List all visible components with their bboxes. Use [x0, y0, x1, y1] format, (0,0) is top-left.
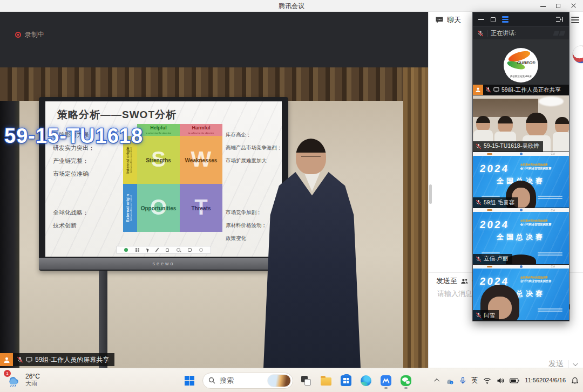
- banner-logo-strip: CIA: [473, 152, 569, 156]
- window-close-button[interactable]: [566, 0, 581, 12]
- notification-badge: 1: [4, 370, 11, 377]
- video-thumbnail-team[interactable]: 59-15-TU1618-吴欣烨: [473, 95, 569, 152]
- wifi-tray-icon[interactable]: [483, 377, 491, 384]
- svg-text:i: i: [451, 381, 452, 384]
- participant-name-tag: 59组-毛喜容: [473, 197, 518, 208]
- chat-message-avatar: [572, 45, 583, 64]
- screen-share-icon: [26, 356, 32, 363]
- search-input[interactable]: [219, 376, 264, 385]
- tencent-meeting-app-button[interactable]: [379, 373, 393, 389]
- toolbar-apps-icon: [135, 248, 139, 252]
- tv-bezel: seewo: [39, 258, 288, 270]
- running-indicator: [404, 387, 408, 389]
- chat-bubble-icon: [435, 16, 444, 24]
- toolbar-home-icon: [124, 248, 128, 252]
- main-stage: 录制中 策略分析——SWOT分析 品牌影响力强； 研发实力突出； 产业链完整； …: [0, 12, 428, 368]
- mic-muted-icon: [476, 256, 482, 262]
- window-title: 腾讯会议: [0, 2, 583, 11]
- send-options-chevron-icon[interactable]: [573, 361, 578, 366]
- whiteboard-annotation-toolbar: [116, 246, 211, 254]
- wifi-icon: [483, 377, 491, 384]
- tv-brand-label: seewo: [152, 261, 174, 266]
- send-to-label: 发送至: [436, 276, 457, 286]
- search-icon: [208, 377, 215, 384]
- screen-share-banner-label: 59组-工作人员的屏幕共享: [35, 355, 109, 365]
- notification-center-button[interactable]: [571, 377, 579, 384]
- participant-name-tag: 闫雪: [473, 310, 499, 320]
- windows-taskbar: 1 26°C 大雨: [0, 368, 583, 392]
- recording-indicator: 录制中: [15, 30, 44, 39]
- swot-cell-weaknesses: W Weaknesses: [180, 136, 222, 184]
- send-divider: [568, 360, 568, 368]
- list-view-toggle[interactable]: [502, 16, 509, 23]
- taskbar-search-box[interactable]: [202, 373, 293, 389]
- weather-temperature: 26°C: [25, 373, 40, 380]
- chevron-up-icon: [434, 379, 439, 384]
- window-maximize-button[interactable]: [551, 0, 566, 12]
- swot-cell-strengths: S Strengths: [137, 136, 180, 184]
- clock-date: 2024/6/16: [539, 377, 566, 384]
- battery-tray-icon[interactable]: [510, 378, 519, 383]
- panel-titlebar: [473, 12, 569, 26]
- curtain-right: [403, 67, 428, 368]
- edge-browser-button[interactable]: [359, 373, 373, 389]
- presenter-glasses: [301, 156, 321, 160]
- mic-muted-icon: [476, 200, 482, 205]
- running-indicator: [384, 387, 388, 389]
- wechat-icon: [401, 375, 411, 386]
- toolbar-cursor-icon: [146, 247, 150, 252]
- folder-icon: [321, 377, 331, 386]
- onedrive-tray-icon[interactable]: i: [445, 377, 455, 384]
- meeting-app-icon: [381, 375, 391, 386]
- taskbar-clock[interactable]: 11:56 2024/6/16: [525, 377, 566, 384]
- tray-expand-button[interactable]: [436, 379, 439, 382]
- participant-name-tag: 59组-工作人员正在共享: [473, 85, 569, 95]
- wechat-app-button[interactable]: [399, 373, 413, 389]
- participant-name-tag: 59-15-TU1618-吴欣烨: [473, 141, 543, 152]
- video-thumbnail-sharing-host[interactable]: CUBEC® 高校商业精英挑战赛 59组-工作人员正在共享: [473, 39, 569, 95]
- video-thumbnail[interactable]: CIA 2024 全国高校商业精英挑战赛会计与商业管理案例竞赛 全国总决赛 闫雪: [473, 265, 569, 321]
- screen-share-icon: [493, 87, 499, 93]
- swot-row-external: External origin(attributes of the enviro…: [123, 184, 137, 232]
- window-minimize-button[interactable]: [535, 0, 551, 12]
- panel-minimize-button[interactable]: [478, 19, 484, 20]
- presenter-suit: [263, 172, 361, 368]
- file-explorer-button[interactable]: [319, 373, 333, 389]
- task-view-button[interactable]: [299, 373, 313, 389]
- shared-screen-video: 策略分析——SWOT分析 品牌影响力强； 研发实力突出； 产业链完整； 市场定位…: [0, 67, 428, 368]
- volume-tray-icon[interactable]: [497, 377, 504, 384]
- microphone-tray-icon[interactable]: [460, 377, 466, 384]
- tencent-meeting-window: 腾讯会议 录制中 策略分析——SWOT分析 品牌影响力强； 研发实力突出；: [0, 0, 583, 392]
- window-titlebar: 腾讯会议: [0, 0, 583, 12]
- participant-figure: [555, 117, 569, 152]
- search-highlight-image[interactable]: [267, 374, 291, 387]
- mic-muted-icon: [485, 87, 491, 93]
- stream-watermark: 59-15-TU1618: [4, 125, 143, 148]
- toolbar-eraser-icon: [166, 248, 169, 252]
- weather-widget[interactable]: 1 26°C 大雨: [5, 372, 40, 388]
- microsoft-store-button[interactable]: [339, 373, 353, 389]
- banner-logo-strip: CIA: [473, 265, 569, 269]
- video-thumbnails-panel: 正在讲话: CUBEC® 高校商业精英挑战赛 59组-工作人员正在共享: [472, 12, 570, 321]
- recording-dot-icon: [15, 32, 21, 38]
- input-method-indicator[interactable]: 英: [471, 376, 478, 385]
- windows-logo-icon: [185, 376, 194, 386]
- start-button[interactable]: [182, 373, 196, 389]
- watermark-icon: [554, 31, 565, 36]
- screen-share-banner: 59组-工作人员的屏幕共享: [0, 353, 114, 366]
- curtain-top: [0, 67, 428, 101]
- swot-col-helpful: Helpful to achieving the objective: [137, 124, 180, 136]
- weather-condition: 大雨: [25, 380, 40, 387]
- chat-menu-button[interactable]: [571, 17, 579, 23]
- thumbnail-list: CUBEC® 高校商业精英挑战赛 59组-工作人员正在共享: [473, 39, 569, 321]
- speaking-label: 正在讲话:: [491, 29, 516, 37]
- toolbar-more-icon: [199, 248, 203, 252]
- video-thumbnail[interactable]: CIA 2024 全国高校商业精英挑战赛会计与商业管理案例竞赛 全国总决赛 立信…: [473, 208, 569, 264]
- banner-year: 2024: [479, 219, 510, 231]
- video-thumbnail[interactable]: CIA 2024 全国高校商业精英挑战赛会计与商业管理案例竞赛 全国总决赛 59…: [473, 152, 569, 208]
- panel-collapse-button[interactable]: [555, 16, 564, 23]
- chat-scrollbar[interactable]: [429, 184, 432, 204]
- panel-maximize-button[interactable]: [491, 17, 496, 22]
- maximize-icon: [556, 4, 560, 8]
- mic-muted-icon: [17, 356, 23, 363]
